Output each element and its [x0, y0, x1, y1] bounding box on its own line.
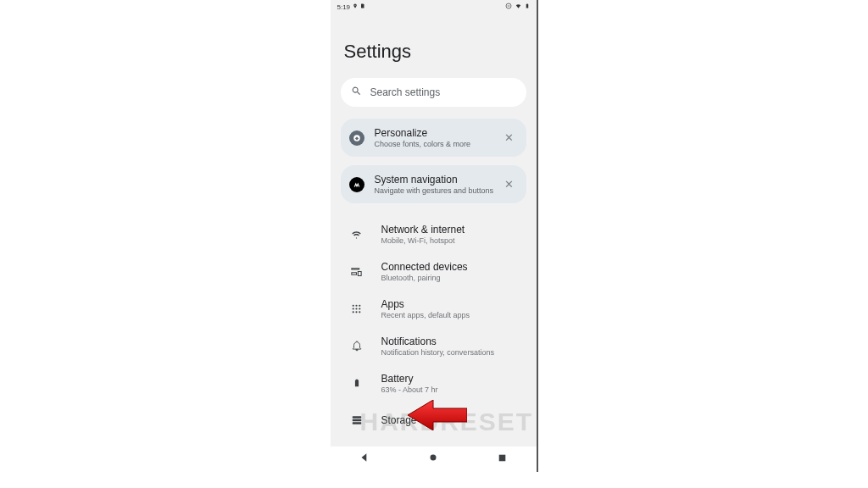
- location-icon: [353, 3, 358, 11]
- row-title: Notifications: [381, 336, 494, 347]
- row-title: Apps: [381, 298, 470, 310]
- card-system-navigation[interactable]: System navigation Navigate with gestures…: [341, 165, 526, 203]
- search-placeholder: Search settings: [370, 86, 441, 98]
- row-apps[interactable]: Apps Recent apps, default apps: [331, 290, 537, 327]
- svg-rect-13: [352, 419, 361, 421]
- row-battery[interactable]: Battery 63% - About 7 hr: [331, 364, 537, 402]
- svg-point-15: [431, 455, 437, 461]
- status-time: 5:19: [337, 3, 351, 11]
- battery-icon: [348, 376, 366, 390]
- devices-icon: [348, 265, 366, 278]
- svg-point-4: [355, 304, 357, 306]
- paint-icon: [349, 130, 364, 146]
- dnd-icon: [505, 3, 512, 11]
- apps-icon: [348, 303, 366, 314]
- bell-icon: [348, 340, 366, 352]
- status-bar: 5:19: [331, 0, 537, 14]
- svg-point-6: [353, 308, 354, 309]
- svg-rect-14: [352, 422, 361, 424]
- svg-point-9: [353, 311, 354, 313]
- battery-status-icon: [525, 3, 530, 11]
- svg-point-11: [359, 311, 360, 313]
- page-title: Settings: [331, 14, 537, 78]
- motorola-icon: [349, 177, 364, 192]
- card-personalize[interactable]: Personalize Choose fonts, colors & more …: [341, 119, 526, 157]
- svg-point-5: [359, 304, 360, 306]
- row-subtitle: 63% - About 7 hr: [381, 385, 438, 394]
- settings-list: Network & internet Mobile, Wi-Fi, hotspo…: [331, 212, 537, 439]
- svg-point-7: [355, 308, 357, 309]
- row-storage[interactable]: Storage: [331, 402, 537, 439]
- card-subtitle: Navigate with gestures and buttons: [375, 186, 501, 195]
- phone-frame: 5:19 Settings Search settings Personaliz…: [331, 0, 538, 472]
- row-title: Connected devices: [381, 261, 468, 273]
- search-input[interactable]: Search settings: [341, 78, 526, 107]
- wifi-icon: [348, 228, 366, 241]
- row-notifications[interactable]: Notifications Notification history, conv…: [331, 327, 537, 364]
- sim-card-icon: [360, 3, 365, 11]
- storage-icon: [348, 414, 366, 426]
- home-button[interactable]: [427, 452, 439, 467]
- row-subtitle: Recent apps, default apps: [381, 311, 470, 319]
- row-title: Storage: [381, 414, 417, 426]
- row-subtitle: Bluetooth, pairing: [381, 274, 468, 282]
- svg-point-8: [359, 308, 360, 309]
- row-subtitle: Mobile, Wi-Fi, hotspot: [381, 236, 465, 245]
- wifi-icon: [515, 3, 522, 11]
- card-title: Personalize: [375, 127, 501, 139]
- card-subtitle: Choose fonts, colors & more: [375, 140, 501, 148]
- recents-button[interactable]: [497, 452, 508, 467]
- search-icon: [351, 86, 362, 99]
- svg-rect-12: [352, 416, 361, 418]
- row-subtitle: Notification history, conversations: [381, 348, 494, 357]
- card-title: System navigation: [375, 174, 501, 186]
- back-button[interactable]: [359, 452, 370, 467]
- svg-point-10: [355, 311, 357, 313]
- close-icon[interactable]: ✕: [501, 131, 518, 144]
- close-icon[interactable]: ✕: [501, 178, 518, 191]
- row-connected-devices[interactable]: Connected devices Bluetooth, pairing: [331, 252, 537, 290]
- row-network[interactable]: Network & internet Mobile, Wi-Fi, hotspo…: [331, 215, 537, 252]
- row-title: Network & internet: [381, 224, 465, 236]
- navigation-bar: [331, 446, 537, 472]
- svg-rect-16: [499, 455, 506, 462]
- row-title: Battery: [381, 373, 438, 385]
- svg-point-3: [353, 304, 354, 306]
